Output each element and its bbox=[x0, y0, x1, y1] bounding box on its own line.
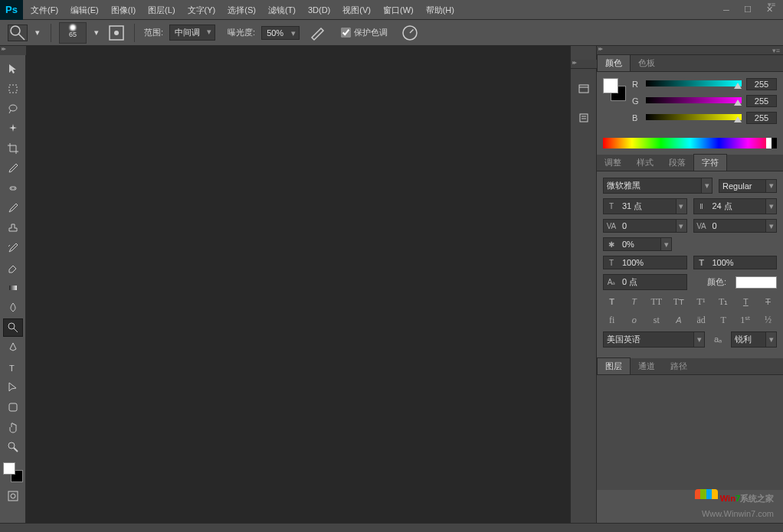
menu-help[interactable]: 帮助(H) bbox=[420, 0, 460, 20]
tab-styles[interactable]: 样式 bbox=[629, 155, 661, 171]
first-button[interactable]: 1ˢᵗ bbox=[738, 313, 753, 327]
underline-button[interactable]: T bbox=[738, 295, 753, 308]
watermark-logo-icon bbox=[695, 489, 718, 509]
color-fgbg-swatch[interactable] bbox=[603, 78, 626, 101]
color-panel-menu-icon[interactable]: ▾≡ bbox=[772, 47, 780, 54]
maximize-button[interactable]: ☐ bbox=[737, 2, 758, 18]
pen-tool[interactable] bbox=[3, 338, 23, 357]
b-slider[interactable] bbox=[646, 114, 742, 122]
move-tool[interactable] bbox=[3, 60, 23, 78]
tool-preset-icon[interactable] bbox=[8, 24, 28, 41]
range-select[interactable]: 中间调 bbox=[169, 24, 215, 41]
lasso-tool[interactable] bbox=[3, 100, 23, 118]
g-value[interactable]: 255 bbox=[746, 95, 777, 107]
fg-bg-swatch[interactable] bbox=[3, 462, 23, 482]
language-select[interactable]: 美国英语▾ bbox=[603, 331, 705, 348]
font-size-field[interactable]: T31 点▾ bbox=[603, 198, 687, 214]
heal-tool[interactable] bbox=[3, 179, 23, 197]
type-tool[interactable]: T bbox=[3, 358, 23, 377]
layer-panel-menu-icon[interactable]: ▾≡ bbox=[768, 1, 775, 8]
history-brush-tool[interactable] bbox=[3, 239, 23, 257]
hscale-field[interactable]: T100% bbox=[693, 256, 778, 269]
baseline-field[interactable]: Aₐ0 点 bbox=[603, 274, 687, 290]
dodge-tool[interactable] bbox=[3, 318, 23, 337]
marquee-tool[interactable] bbox=[3, 80, 23, 98]
ligature-fi-button[interactable]: fi bbox=[604, 313, 620, 327]
collapsed-grip[interactable] bbox=[571, 60, 597, 69]
exposure-select[interactable]: 50% bbox=[261, 26, 300, 40]
text-color-swatch[interactable] bbox=[735, 276, 777, 289]
tab-layers[interactable]: 图层 bbox=[597, 357, 631, 374]
ordinals-button[interactable]: T bbox=[716, 313, 731, 327]
vscale-field[interactable]: T100% bbox=[603, 256, 687, 269]
font-style-select[interactable]: Regular▾ bbox=[719, 179, 777, 193]
protect-tones-checkbox[interactable]: 保护色调 bbox=[341, 27, 388, 38]
superscript-button[interactable]: T¹ bbox=[693, 295, 709, 308]
path-select-tool[interactable] bbox=[3, 378, 23, 397]
toolbox-grip[interactable] bbox=[0, 46, 26, 55]
shape-tool[interactable] bbox=[3, 398, 23, 416]
brush-tool[interactable] bbox=[3, 199, 23, 217]
zoom-tool[interactable] bbox=[3, 438, 23, 456]
strike-button[interactable]: T bbox=[760, 295, 775, 308]
stylistic-button[interactable]: st bbox=[649, 313, 664, 327]
r-slider[interactable] bbox=[646, 80, 742, 88]
titling-button[interactable]: ād bbox=[693, 313, 709, 327]
leading-field[interactable]: Ⅱ24 点▾ bbox=[693, 198, 778, 214]
gradient-tool[interactable] bbox=[3, 279, 23, 297]
tab-character[interactable]: 字符 bbox=[693, 154, 727, 171]
brush-dropdown[interactable]: ▾ bbox=[91, 24, 102, 41]
menu-view[interactable]: 视图(V) bbox=[336, 0, 377, 20]
subscript-button[interactable]: T₁ bbox=[716, 295, 731, 308]
tab-swatches[interactable]: 色板 bbox=[631, 55, 663, 71]
tracking-field[interactable]: VA0▾ bbox=[693, 219, 778, 233]
hand-tool[interactable] bbox=[3, 418, 23, 436]
tab-adjust[interactable]: 调整 bbox=[597, 155, 629, 171]
bold-button[interactable]: T bbox=[604, 295, 620, 308]
r-value[interactable]: 255 bbox=[746, 78, 777, 90]
tab-paragraph[interactable]: 段落 bbox=[661, 155, 693, 171]
brush-panel-icon[interactable] bbox=[106, 24, 126, 41]
menu-type[interactable]: 文字(Y) bbox=[182, 0, 222, 20]
eraser-tool[interactable] bbox=[3, 259, 23, 277]
crop-tool[interactable] bbox=[3, 139, 23, 158]
menu-select[interactable]: 选择(S) bbox=[221, 0, 262, 20]
color-panel-grip[interactable]: ▾≡ bbox=[597, 46, 783, 55]
menu-image[interactable]: 图像(I) bbox=[105, 0, 142, 20]
color-spectrum[interactable] bbox=[603, 138, 777, 149]
menu-edit[interactable]: 编辑(E) bbox=[64, 0, 105, 20]
minimize-button[interactable]: ─ bbox=[716, 2, 737, 18]
tab-color[interactable]: 颜色 bbox=[597, 54, 631, 71]
menu-layer[interactable]: 图层(L) bbox=[142, 0, 181, 20]
quickmask-tool[interactable] bbox=[3, 487, 23, 505]
menu-filter[interactable]: 滤镜(T) bbox=[262, 0, 302, 20]
menu-3d[interactable]: 3D(D) bbox=[302, 0, 336, 20]
airbrush-icon[interactable] bbox=[309, 24, 329, 41]
eyedropper-tool[interactable] bbox=[3, 159, 23, 178]
wand-tool[interactable] bbox=[3, 119, 23, 138]
ligature-o-button[interactable]: o bbox=[627, 313, 642, 327]
pressure-icon[interactable] bbox=[400, 24, 420, 41]
properties-panel-icon[interactable] bbox=[574, 109, 594, 127]
menu-file[interactable]: 文件(F) bbox=[25, 0, 64, 20]
fraction-button[interactable]: ½ bbox=[760, 313, 775, 327]
blur-tool[interactable] bbox=[3, 299, 23, 317]
g-slider[interactable] bbox=[646, 97, 742, 105]
antialias-select[interactable]: 锐利▾ bbox=[731, 331, 777, 348]
color-panel-body: R 255 G 255 B 255 bbox=[597, 72, 783, 135]
smallcaps-button[interactable]: Tᴛ bbox=[671, 295, 686, 308]
history-panel-icon[interactable] bbox=[574, 80, 594, 98]
swash-button[interactable]: A bbox=[671, 313, 686, 327]
kerning-field[interactable]: VA0▾ bbox=[603, 219, 687, 233]
tab-paths[interactable]: 路径 bbox=[663, 358, 695, 374]
tool-preset-dropdown[interactable]: ▾ bbox=[32, 24, 43, 41]
italic-button[interactable]: T bbox=[627, 295, 642, 308]
tab-channels[interactable]: 通道 bbox=[631, 358, 663, 374]
menu-window[interactable]: 窗口(W) bbox=[377, 0, 420, 20]
stamp-tool[interactable] bbox=[3, 219, 23, 237]
scale-pct-field[interactable]: ✱0%▾ bbox=[603, 237, 672, 251]
brush-preview[interactable]: 65 bbox=[59, 22, 87, 44]
font-family-select[interactable]: 微软雅黑▾ bbox=[603, 178, 713, 194]
b-value[interactable]: 255 bbox=[746, 112, 777, 124]
allcaps-button[interactable]: TT bbox=[649, 295, 664, 308]
